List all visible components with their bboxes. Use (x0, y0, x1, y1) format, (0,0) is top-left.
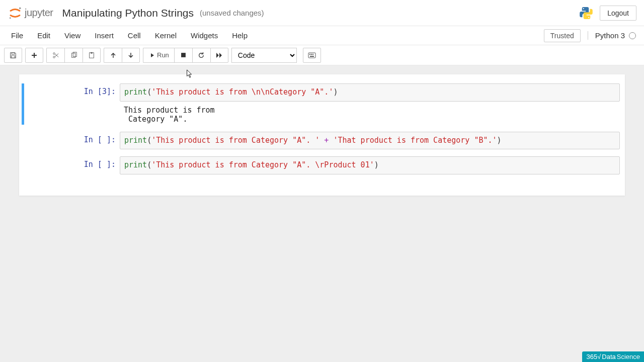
fast-forward-icon (216, 52, 223, 58)
copy-button[interactable] (64, 48, 83, 63)
svg-rect-17 (310, 56, 314, 57)
menu-file[interactable]: File (4, 26, 30, 45)
svg-rect-14 (309, 54, 310, 55)
jupyter-logo-text: jupyter (25, 7, 53, 19)
watermark-brand-suffix: Science (617, 353, 640, 360)
code-input[interactable]: print('This product is from \n\nCategory… (120, 83, 620, 102)
restart-button[interactable] (192, 48, 210, 63)
code-cell[interactable]: In [ ]: print('This product is from Cate… (24, 132, 620, 150)
svg-rect-4 (12, 52, 14, 54)
cell-output: This product is from Category "A". (120, 102, 620, 125)
cut-button[interactable] (46, 48, 64, 63)
toolbar: Run Code (0, 45, 644, 65)
menu-cell[interactable]: Cell (121, 26, 148, 45)
watermark-prefix: 365√ (586, 353, 601, 360)
svg-point-6 (53, 56, 55, 58)
jupyter-logo[interactable]: jupyter (8, 6, 53, 21)
arrow-down-icon (128, 52, 134, 58)
svg-point-7 (53, 52, 55, 54)
code-cell[interactable]: In [ ]: print('This product is from Cate… (24, 156, 620, 174)
notebook-header: jupyter Manipulating Python Strings (uns… (0, 0, 644, 26)
notebook-container: In [3]: print('This product is from \n\n… (0, 65, 644, 205)
watermark-badge: 365√ DataScience (582, 351, 644, 362)
interrupt-button[interactable] (174, 48, 192, 63)
logout-button[interactable]: Logout (600, 6, 636, 21)
cell-prompt: In [3]: (54, 83, 120, 125)
notebook-title[interactable]: Manipulating Python Strings (62, 7, 194, 19)
svg-rect-16 (312, 54, 313, 55)
scissors-icon (52, 52, 59, 59)
cell-prompt: In [ ]: (54, 132, 120, 150)
save-button[interactable] (4, 48, 22, 63)
code-input[interactable]: print('This product is from Category "A"… (120, 132, 620, 150)
svg-point-3 (588, 17, 589, 18)
menu-help[interactable]: Help (225, 26, 255, 45)
svg-rect-15 (311, 54, 312, 55)
svg-point-1 (10, 17, 11, 19)
code-cell[interactable]: In [3]: print('This product is from \n\n… (22, 83, 620, 125)
paste-button[interactable] (83, 48, 101, 63)
svg-rect-11 (91, 52, 93, 53)
move-down-button[interactable] (122, 48, 140, 63)
notebook: In [3]: print('This product is from \n\n… (19, 74, 625, 196)
menu-view[interactable]: View (57, 26, 88, 45)
menu-kernel[interactable]: Kernel (148, 26, 184, 45)
copy-icon (70, 52, 77, 59)
kernel-indicator[interactable]: Python 3 (588, 31, 636, 40)
svg-rect-13 (308, 53, 315, 58)
move-up-button[interactable] (104, 48, 122, 63)
code-input[interactable]: print('This product is from Category "A"… (120, 156, 620, 174)
stop-icon (181, 52, 186, 58)
cell-prompt: In [ ]: (54, 156, 120, 174)
cell-type-select[interactable]: Code (231, 48, 297, 63)
menu-widgets[interactable]: Widgets (184, 26, 225, 45)
save-status: (unsaved changes) (200, 9, 264, 17)
kernel-name: Python 3 (595, 31, 625, 40)
refresh-icon (198, 52, 205, 59)
keyboard-icon (308, 52, 316, 58)
menu-edit[interactable]: Edit (30, 26, 57, 45)
add-cell-button[interactable] (25, 48, 43, 63)
arrow-up-icon (110, 52, 116, 58)
python-icon (579, 6, 594, 21)
svg-rect-12 (181, 53, 186, 57)
command-palette-button[interactable] (303, 48, 321, 63)
play-step-icon (148, 52, 154, 58)
clipboard-icon (88, 52, 95, 59)
trusted-indicator[interactable]: Trusted (544, 29, 581, 42)
restart-run-all-button[interactable] (210, 48, 228, 63)
menu-bar: File Edit View Insert Cell Kernel Widget… (0, 26, 644, 45)
svg-point-0 (19, 7, 21, 9)
svg-point-2 (583, 8, 584, 9)
save-icon (10, 52, 17, 59)
watermark-brand: Data (602, 353, 615, 360)
plus-icon (31, 52, 37, 58)
kernel-status-icon (629, 32, 636, 39)
run-button[interactable]: Run (143, 48, 174, 63)
menu-insert[interactable]: Insert (88, 26, 121, 45)
svg-rect-5 (12, 55, 15, 57)
run-label: Run (157, 51, 169, 59)
jupyter-icon (8, 6, 23, 21)
